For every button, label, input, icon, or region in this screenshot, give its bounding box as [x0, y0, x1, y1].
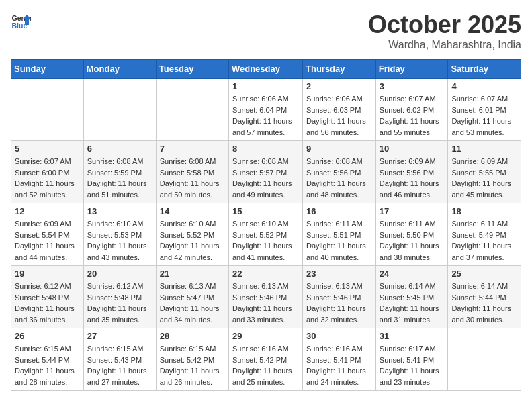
day-number: 13 [87, 206, 152, 216]
calendar-cell: 5Sunrise: 6:07 AMSunset: 6:00 PMDaylight… [11, 141, 84, 203]
day-number: 31 [380, 331, 445, 341]
calendar-cell: 14Sunrise: 6:10 AMSunset: 5:52 PMDayligh… [156, 203, 228, 266]
calendar-cell: 24Sunrise: 6:14 AMSunset: 5:45 PMDayligh… [375, 266, 448, 328]
day-info: Sunrise: 6:11 AMSunset: 5:49 PMDaylight:… [451, 218, 517, 263]
day-number: 3 [380, 81, 445, 91]
calendar-location: Wardha, Maharashtra, India [368, 39, 521, 51]
day-number: 11 [451, 144, 517, 154]
day-info: Sunrise: 6:06 AMSunset: 6:03 PMDaylight:… [306, 93, 372, 138]
calendar-cell: 10Sunrise: 6:09 AMSunset: 5:56 PMDayligh… [375, 141, 448, 203]
day-number: 6 [87, 144, 152, 154]
day-number: 1 [232, 81, 299, 91]
calendar-week-4: 19Sunrise: 6:12 AMSunset: 5:48 PMDayligh… [11, 266, 521, 328]
day-number: 10 [380, 144, 445, 154]
calendar-cell: 20Sunrise: 6:12 AMSunset: 5:48 PMDayligh… [83, 266, 156, 328]
day-number: 17 [380, 206, 445, 216]
day-number: 29 [232, 331, 299, 341]
day-info: Sunrise: 6:13 AMSunset: 5:46 PMDaylight:… [306, 281, 372, 325]
calendar-cell: 9Sunrise: 6:08 AMSunset: 5:56 PMDaylight… [303, 141, 376, 203]
day-info: Sunrise: 6:12 AMSunset: 5:48 PMDaylight:… [15, 281, 80, 325]
day-info: Sunrise: 6:11 AMSunset: 5:50 PMDaylight:… [380, 218, 445, 263]
day-number: 21 [160, 269, 225, 279]
weekday-header-wednesday: Wednesday [228, 60, 302, 79]
calendar-cell: 11Sunrise: 6:09 AMSunset: 5:55 PMDayligh… [448, 141, 521, 203]
calendar-week-5: 26Sunrise: 6:15 AMSunset: 5:44 PMDayligh… [11, 328, 521, 391]
calendar-cell [448, 328, 521, 391]
day-number: 30 [306, 331, 372, 341]
calendar-cell: 1Sunrise: 6:06 AMSunset: 6:04 PMDaylight… [228, 79, 302, 141]
day-info: Sunrise: 6:11 AMSunset: 5:51 PMDaylight:… [306, 218, 372, 263]
day-number: 8 [232, 144, 299, 154]
weekday-header-row: SundayMondayTuesdayWednesdayThursdayFrid… [11, 60, 521, 79]
calendar-week-2: 5Sunrise: 6:07 AMSunset: 6:00 PMDaylight… [11, 141, 521, 203]
calendar-cell: 19Sunrise: 6:12 AMSunset: 5:48 PMDayligh… [11, 266, 84, 328]
day-info: Sunrise: 6:10 AMSunset: 5:52 PMDaylight:… [232, 218, 299, 263]
day-info: Sunrise: 6:10 AMSunset: 5:53 PMDaylight:… [87, 218, 152, 263]
day-info: Sunrise: 6:12 AMSunset: 5:48 PMDaylight:… [87, 281, 152, 325]
weekday-header-tuesday: Tuesday [156, 60, 228, 79]
weekday-header-sunday: Sunday [11, 60, 84, 79]
day-info: Sunrise: 6:14 AMSunset: 5:44 PMDaylight:… [451, 281, 517, 325]
logo: General Blue [11, 11, 31, 31]
calendar-cell: 27Sunrise: 6:15 AMSunset: 5:43 PMDayligh… [83, 328, 156, 391]
day-number: 20 [87, 269, 152, 279]
day-info: Sunrise: 6:15 AMSunset: 5:44 PMDaylight:… [15, 343, 80, 387]
calendar-cell: 16Sunrise: 6:11 AMSunset: 5:51 PMDayligh… [303, 203, 376, 266]
calendar-cell: 7Sunrise: 6:08 AMSunset: 5:58 PMDaylight… [156, 141, 228, 203]
calendar-cell: 18Sunrise: 6:11 AMSunset: 5:49 PMDayligh… [448, 203, 521, 266]
page-header: General Blue October 2025 Wardha, Mahara… [11, 11, 521, 51]
calendar-cell [156, 79, 228, 141]
day-number: 26 [15, 331, 80, 341]
day-number: 16 [306, 206, 372, 216]
day-number: 23 [306, 269, 372, 279]
calendar-cell: 21Sunrise: 6:13 AMSunset: 5:47 PMDayligh… [156, 266, 228, 328]
day-number: 14 [160, 206, 225, 216]
day-info: Sunrise: 6:08 AMSunset: 5:58 PMDaylight:… [160, 156, 225, 200]
day-number: 27 [87, 331, 152, 341]
calendar-cell: 17Sunrise: 6:11 AMSunset: 5:50 PMDayligh… [375, 203, 448, 266]
day-number: 19 [15, 269, 80, 279]
weekday-header-monday: Monday [83, 60, 156, 79]
day-info: Sunrise: 6:08 AMSunset: 5:57 PMDaylight:… [232, 156, 299, 200]
calendar-cell: 4Sunrise: 6:07 AMSunset: 6:01 PMDaylight… [448, 79, 521, 141]
calendar-cell [83, 79, 156, 141]
day-number: 22 [232, 269, 299, 279]
day-number: 18 [451, 206, 517, 216]
logo-icon: General Blue [11, 11, 31, 31]
calendar-cell: 13Sunrise: 6:10 AMSunset: 5:53 PMDayligh… [83, 203, 156, 266]
day-info: Sunrise: 6:09 AMSunset: 5:55 PMDaylight:… [451, 156, 517, 200]
day-info: Sunrise: 6:17 AMSunset: 5:41 PMDaylight:… [380, 343, 445, 387]
day-info: Sunrise: 6:16 AMSunset: 5:42 PMDaylight:… [232, 343, 299, 387]
day-info: Sunrise: 6:07 AMSunset: 6:01 PMDaylight:… [451, 93, 517, 138]
day-number: 4 [451, 81, 517, 91]
calendar-cell: 22Sunrise: 6:13 AMSunset: 5:46 PMDayligh… [228, 266, 302, 328]
day-number: 12 [15, 206, 80, 216]
day-info: Sunrise: 6:15 AMSunset: 5:43 PMDaylight:… [87, 343, 152, 387]
calendar-cell: 23Sunrise: 6:13 AMSunset: 5:46 PMDayligh… [303, 266, 376, 328]
day-number: 25 [451, 269, 517, 279]
title-block: October 2025 Wardha, Maharashtra, India [368, 11, 521, 51]
calendar-cell: 28Sunrise: 6:15 AMSunset: 5:42 PMDayligh… [156, 328, 228, 391]
calendar-cell: 26Sunrise: 6:15 AMSunset: 5:44 PMDayligh… [11, 328, 84, 391]
svg-text:Blue: Blue [12, 21, 28, 30]
day-info: Sunrise: 6:09 AMSunset: 5:56 PMDaylight:… [380, 156, 445, 200]
day-info: Sunrise: 6:13 AMSunset: 5:46 PMDaylight:… [232, 281, 299, 325]
day-number: 5 [15, 144, 80, 154]
calendar-cell: 25Sunrise: 6:14 AMSunset: 5:44 PMDayligh… [448, 266, 521, 328]
weekday-header-friday: Friday [375, 60, 448, 79]
day-number: 15 [232, 206, 299, 216]
day-info: Sunrise: 6:09 AMSunset: 5:54 PMDaylight:… [15, 218, 80, 263]
calendar-cell: 6Sunrise: 6:08 AMSunset: 5:59 PMDaylight… [83, 141, 156, 203]
calendar-cell: 8Sunrise: 6:08 AMSunset: 5:57 PMDaylight… [228, 141, 302, 203]
day-info: Sunrise: 6:07 AMSunset: 6:02 PMDaylight:… [380, 93, 445, 138]
day-number: 7 [160, 144, 225, 154]
day-info: Sunrise: 6:13 AMSunset: 5:47 PMDaylight:… [160, 281, 225, 325]
day-number: 9 [306, 144, 372, 154]
calendar-cell: 15Sunrise: 6:10 AMSunset: 5:52 PMDayligh… [228, 203, 302, 266]
calendar-week-3: 12Sunrise: 6:09 AMSunset: 5:54 PMDayligh… [11, 203, 521, 266]
day-info: Sunrise: 6:08 AMSunset: 5:59 PMDaylight:… [87, 156, 152, 200]
day-info: Sunrise: 6:16 AMSunset: 5:41 PMDaylight:… [306, 343, 372, 387]
weekday-header-saturday: Saturday [448, 60, 521, 79]
calendar-cell [11, 79, 84, 141]
day-number: 28 [160, 331, 225, 341]
